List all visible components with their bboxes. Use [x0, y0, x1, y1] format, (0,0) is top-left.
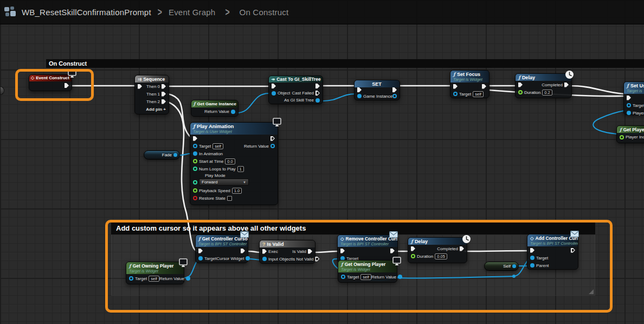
target-pin[interactable]	[627, 103, 631, 107]
is-not-valid-pin[interactable]	[315, 257, 319, 262]
output-pin[interactable]	[392, 94, 397, 98]
function-icon: ƒ	[198, 236, 201, 242]
num-loops-pin[interactable]	[193, 167, 197, 171]
node-set-game-instance[interactable]: SET Game Instance	[354, 80, 400, 100]
restore-state-checkbox[interactable]	[227, 196, 232, 201]
exec-out-pin[interactable]	[571, 248, 575, 253]
object-pin[interactable]	[272, 91, 276, 96]
exec-out-pin[interactable]	[315, 84, 320, 88]
exec-in-pin[interactable]	[193, 136, 197, 141]
playback-speed-pin[interactable]	[193, 188, 197, 193]
breadcrumb-on-construct[interactable]: On Construct	[240, 8, 289, 17]
exec-in-pin[interactable]	[272, 84, 276, 88]
node-fade-variable[interactable]: Fade	[144, 150, 180, 160]
output-pin[interactable]	[173, 153, 177, 157]
is-valid-pin[interactable]	[308, 249, 312, 254]
exec-out-pin[interactable]	[65, 83, 69, 88]
node-get-owning-player-mid[interactable]: ƒGet Owning Player Target is Widget Targ…	[338, 260, 397, 283]
breadcrumb-blueprint[interactable]: WB_ResetSkillConfirmationPrompt	[22, 8, 151, 17]
monitor-icon	[67, 69, 77, 78]
add-pin-button[interactable]: Add pin +	[146, 107, 166, 112]
duration-pin[interactable]	[411, 254, 415, 258]
exec-in-pin[interactable]	[138, 84, 142, 89]
node-cast-to-gi-skilltree[interactable]: ↠Cast To GI_SkillTree Object Cast Failed…	[268, 75, 323, 104]
as-gi-skilltree-pin[interactable]	[315, 98, 320, 103]
exec-out-pin[interactable]	[392, 87, 397, 92]
return-value-pin[interactable]	[186, 276, 190, 281]
num-loops-value[interactable]: 1	[237, 166, 244, 172]
exec-in-pin[interactable]	[411, 246, 415, 251]
node-play-animation[interactable]: ƒPlay Animation Target is User Widget Ta…	[190, 122, 278, 205]
duration-value[interactable]: 0.05	[435, 253, 447, 259]
node-subtitle: Target is User Widget	[193, 129, 274, 134]
node-set-focus[interactable]: ƒSet Focus Target is Widget Targetself	[450, 70, 490, 98]
node-add-controller-cursor[interactable]: ◇Add Controller Cursor Target is BPI ST …	[527, 234, 578, 270]
envelope-icon	[240, 231, 249, 238]
then2-pin[interactable]	[162, 99, 166, 104]
start-at-time-pin[interactable]	[193, 159, 197, 163]
exec-in-pin[interactable]	[340, 249, 345, 253]
node-delay-top[interactable]: ƒDelay Completed Duration0.2	[515, 73, 572, 98]
target-value[interactable]: self	[360, 274, 371, 280]
target-value[interactable]: self	[149, 276, 159, 282]
target-pin[interactable]	[530, 256, 534, 260]
node-self-variable[interactable]: Self	[484, 262, 519, 271]
exec-in-pin[interactable]	[262, 249, 267, 254]
target-value[interactable]: self	[212, 143, 223, 149]
start-at-time-value[interactable]: 0.0	[225, 158, 235, 164]
target-pin[interactable]	[198, 256, 203, 261]
exec-out-pin[interactable]	[390, 249, 395, 253]
target-pin[interactable]	[129, 276, 133, 281]
exec-in-pin[interactable]	[453, 84, 458, 89]
return-value-pin[interactable]	[271, 144, 275, 148]
wire-layer	[0, 0, 644, 324]
cast-failed-pin[interactable]	[315, 91, 320, 96]
node-is-valid[interactable]: ?Is Valid Exec Is Valid Input Object Is …	[259, 240, 315, 264]
exec-in-pin[interactable]	[627, 96, 631, 100]
node-get-game-instance[interactable]: ƒGet Game Instance Return Value	[191, 100, 239, 117]
completed-pin[interactable]	[460, 246, 464, 251]
output-pin[interactable]	[512, 264, 516, 268]
graph-canvas[interactable]: On Construct Add custom cursor so it app…	[0, 0, 644, 324]
duration-pin[interactable]	[518, 90, 523, 94]
completed-pin[interactable]	[564, 82, 569, 87]
exec-in-pin[interactable]	[518, 82, 523, 87]
node-set-user-focus[interactable]: ƒSet Use Target is Target Player Co	[623, 81, 644, 115]
play-mode-dropdown[interactable]: Forward ▼	[199, 179, 249, 186]
restore-state-pin[interactable]	[193, 196, 197, 200]
player-controller-pin[interactable]	[627, 111, 631, 115]
playback-speed-value[interactable]: 1.0	[232, 188, 242, 194]
node-subtitle: Target is BPI ST Controller	[340, 242, 394, 246]
return-value-pin[interactable]	[231, 110, 235, 114]
node-remove-controller-cursor[interactable]: ◇Remove Controller Cursor Target is BPI …	[337, 234, 398, 263]
exec-out-pin[interactable]	[482, 84, 486, 89]
node-get-controller-cursor[interactable]: ƒGet Controller Cursor Target is BPI ST …	[195, 234, 248, 263]
in-animation-pin[interactable]	[193, 151, 197, 156]
game-instance-pin[interactable]	[357, 94, 362, 98]
target-pin[interactable]	[453, 92, 458, 96]
target-pin[interactable]	[193, 144, 197, 148]
parent-pin[interactable]	[530, 263, 534, 268]
then1-pin[interactable]	[162, 92, 166, 97]
node-get-owning-player-left[interactable]: ƒGet Owning Player Target is Widget Targ…	[126, 262, 184, 284]
then0-pin[interactable]	[162, 84, 166, 89]
exec-in-pin[interactable]	[198, 249, 203, 253]
duration-value[interactable]: 0.2	[542, 90, 552, 96]
play-mode-pin[interactable]	[193, 180, 197, 185]
return-value-pin[interactable]	[398, 275, 402, 279]
target-pin[interactable]	[341, 275, 345, 279]
exec-out-pin[interactable]	[241, 249, 245, 253]
node-sequence[interactable]: ⇉Sequence Then 0 Then 1 Then 2 Add pin +	[134, 75, 169, 115]
input-object-pin[interactable]	[262, 257, 267, 261]
target-value[interactable]: self	[473, 91, 484, 97]
cursor-widget-pin[interactable]	[246, 256, 250, 261]
exec-out-pin[interactable]	[271, 136, 275, 141]
node-event-construct[interactable]: ◇Event Construct	[29, 74, 72, 91]
exec-in-pin[interactable]	[357, 87, 362, 92]
node-delay-bottom[interactable]: ƒDelay Completed Duration0.05	[408, 237, 467, 263]
node-get-player-controller[interactable]: ƒGet Player C Player Index0	[616, 125, 644, 143]
interface-diamond-icon: ◇	[530, 236, 534, 241]
exec-in-pin[interactable]	[530, 248, 534, 253]
player-index-pin[interactable]	[620, 135, 624, 139]
breadcrumb-event-graph[interactable]: Event Graph	[169, 8, 215, 17]
